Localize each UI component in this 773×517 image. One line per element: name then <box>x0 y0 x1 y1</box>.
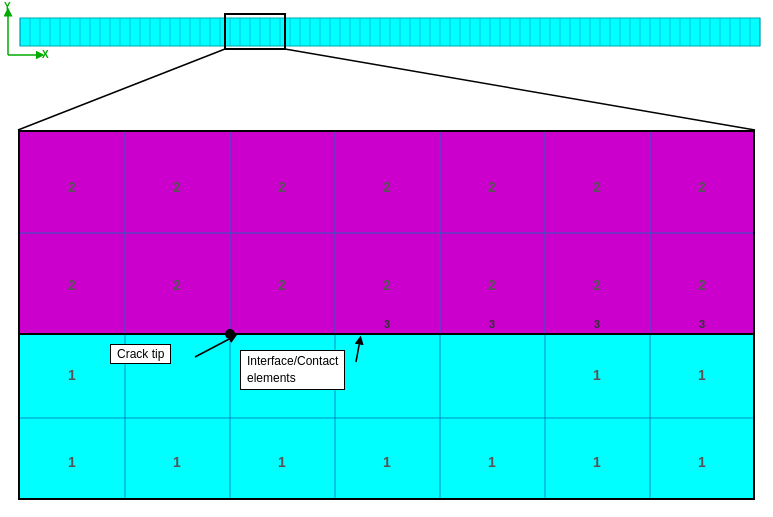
svg-text:2: 2 <box>698 277 706 293</box>
svg-text:2: 2 <box>68 179 76 195</box>
svg-text:Y: Y <box>4 1 11 12</box>
main-container: Y X <box>0 0 773 517</box>
svg-text:1: 1 <box>383 454 391 470</box>
interface-label: Interface/Contactelements <box>240 350 345 390</box>
svg-text:1: 1 <box>593 367 601 383</box>
svg-text:2: 2 <box>488 277 496 293</box>
svg-text:2: 2 <box>278 179 286 195</box>
svg-text:1: 1 <box>698 367 706 383</box>
svg-text:2: 2 <box>593 277 601 293</box>
svg-text:1: 1 <box>488 454 496 470</box>
svg-text:3: 3 <box>699 318 705 330</box>
svg-text:2: 2 <box>698 179 706 195</box>
svg-text:2: 2 <box>593 179 601 195</box>
svg-rect-2 <box>20 18 760 46</box>
svg-line-122 <box>356 340 360 362</box>
svg-text:1: 1 <box>593 454 601 470</box>
svg-text:2: 2 <box>173 179 181 195</box>
svg-text:1: 1 <box>68 367 76 383</box>
svg-text:X: X <box>42 49 49 60</box>
svg-text:2: 2 <box>383 179 391 195</box>
svg-text:2: 2 <box>383 277 391 293</box>
svg-text:2: 2 <box>173 277 181 293</box>
svg-text:1: 1 <box>698 454 706 470</box>
svg-line-1 <box>285 49 755 130</box>
svg-point-110 <box>225 329 235 339</box>
svg-text:2: 2 <box>488 179 496 195</box>
main-diagram: 2 2 2 2 2 2 2 2 2 2 2 2 2 2 3 3 3 3 1 <box>18 130 755 500</box>
svg-line-0 <box>18 49 225 130</box>
crack-tip-label: Crack tip <box>110 344 171 364</box>
svg-line-121 <box>195 337 233 357</box>
svg-text:1: 1 <box>173 454 181 470</box>
svg-text:3: 3 <box>384 318 390 330</box>
svg-text:3: 3 <box>594 318 600 330</box>
svg-text:1: 1 <box>278 454 286 470</box>
svg-rect-78 <box>225 14 285 49</box>
svg-text:2: 2 <box>278 277 286 293</box>
svg-text:1: 1 <box>68 454 76 470</box>
svg-text:2: 2 <box>68 277 76 293</box>
grid-overlay: 2 2 2 2 2 2 2 2 2 2 2 2 2 2 3 3 3 3 1 <box>20 132 753 498</box>
svg-text:3: 3 <box>489 318 495 330</box>
